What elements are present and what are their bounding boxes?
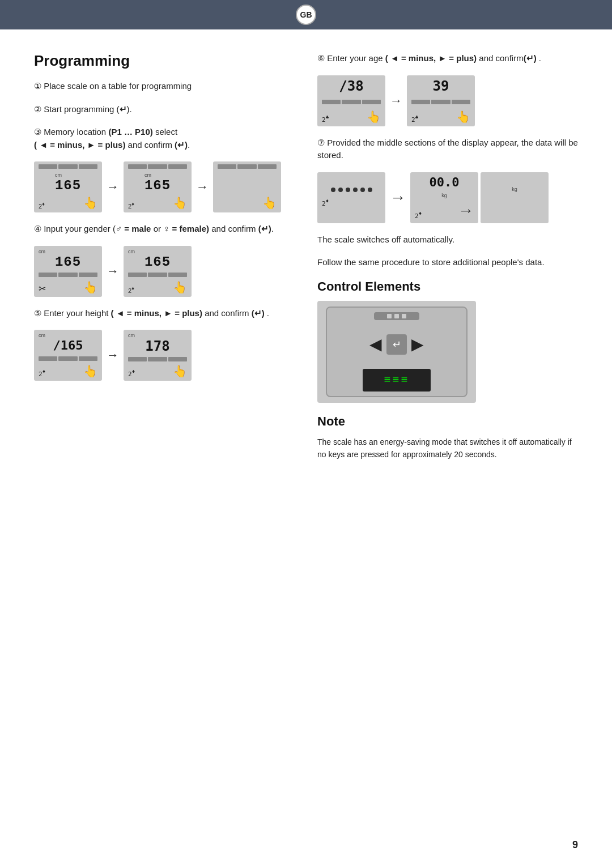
note-section: Note The scale has an energy-saving mode… (317, 414, 578, 461)
step-2-num: ② (34, 104, 41, 114)
gb-badge: GB (296, 5, 316, 25)
note-text: The scale has an energy-saving mode that… (317, 436, 578, 461)
scale-top-bar (374, 312, 419, 320)
step-7-num: ⑦ (317, 138, 325, 147)
step-7-diagrams: 2♦ → 00.0 kg 2♦ → kg (317, 172, 578, 223)
scale-btn-2[interactable] (394, 314, 399, 318)
step-4-diagrams: cm 165 ✂ 👆 → cm 165 (34, 246, 295, 297)
left-arrow-button[interactable]: ◀ (369, 335, 382, 354)
right-arrow-button[interactable]: ▶ (411, 335, 424, 354)
diagram-7b: 00.0 kg 2♦ → (410, 172, 478, 223)
diagram-3a: cm 165 2♦ 👆 (34, 161, 102, 212)
step-3-text: Memory location (P1 … P10) select ( ◄ = … (34, 127, 190, 150)
diagram-5a: cm /165 2♦ 👆 (34, 330, 102, 381)
step-7: ⑦ Provided the middle sections of the di… (317, 137, 578, 162)
main-content: Programming ① Place scale on a table for… (0, 29, 612, 483)
arrow-1: → (104, 161, 121, 212)
diagram-4b: cm 165 2♦ 👆 (124, 246, 192, 297)
step-3-diagrams: cm 165 2♦ 👆 → cm 165 2 (34, 161, 295, 212)
step-3-num: ③ (34, 127, 41, 137)
step-3: ③ Memory location (P1 … P10) select ( ◄ … (34, 126, 295, 151)
header-bar: GB (0, 0, 612, 29)
left-column: Programming ① Place scale on a table for… (34, 52, 295, 461)
step-6-text: Enter your age ( ◄ = minus, ► = plus) an… (327, 53, 541, 63)
scale-btn-1[interactable] (387, 314, 392, 318)
step-1: ① Place scale on a table for programming (34, 80, 295, 93)
diagram-6a: /38 2♣ 👆 (317, 75, 385, 126)
arrow-3: → (104, 246, 121, 297)
step-4: ④ Input your gender (♂ = male or ♀ = fem… (34, 223, 295, 236)
diagram-7a: 2♦ (317, 172, 385, 223)
programming-title: Programming (34, 52, 295, 70)
auto-off-text: The scale switches off automatically. (317, 233, 578, 246)
step-7-text: Provided the middle sections of the disp… (317, 138, 578, 160)
arrow-nav: ◀ ↵ ▶ (369, 334, 424, 355)
step-1-num: ① (34, 81, 41, 91)
step-2: ② Start programming (↵). (34, 103, 295, 116)
arrow-4: → (104, 330, 121, 381)
enter-button[interactable]: ↵ (386, 334, 407, 355)
diagram-3c: 👆 (213, 161, 281, 212)
step-4-text: Input your gender (♂ = male or ♀ = femal… (44, 224, 274, 233)
step-4-num: ④ (34, 224, 41, 233)
scale-btn-3[interactable] (402, 314, 406, 318)
display-reading: ≡≡≡ (384, 373, 409, 386)
arrow-2: → (194, 161, 211, 212)
right-column: ⑥ Enter your age ( ◄ = minus, ► = plus) … (317, 52, 578, 461)
step-6-num: ⑥ (317, 53, 325, 63)
arrow-5: → (388, 75, 405, 126)
arrow-6: → (388, 172, 408, 223)
step-5-text: Enter your height ( ◄ = minus, ► = plus)… (44, 308, 269, 318)
diagram-3b: cm 165 2♦ 👆 (124, 161, 192, 212)
note-title: Note (317, 414, 578, 429)
diagram-7c: kg (481, 172, 549, 223)
step-5-num: ⑤ (34, 308, 41, 318)
page-number: 9 (572, 839, 578, 851)
step-6-diagrams: /38 2♣ 👆 → 39 2♣ (317, 75, 578, 126)
diagram-4a: cm 165 ✂ 👆 (34, 246, 102, 297)
control-diagram: ◀ ↵ ▶ ≡≡≡ (317, 301, 476, 403)
scale-bottom-display: ≡≡≡ (363, 369, 431, 392)
diagram-5b: cm 178 2♦ 👆 (124, 330, 192, 381)
step-5-diagrams: cm /165 2♦ 👆 → cm 178 (34, 330, 295, 381)
diagram-6b: 39 2♣ 👆 (407, 75, 475, 126)
follow-text: Follow the same procedure to store addit… (317, 256, 578, 269)
control-elements-title: Control Elements (317, 279, 578, 294)
scale-body: ◀ ↵ ▶ ≡≡≡ (326, 307, 468, 397)
step-6: ⑥ Enter your age ( ◄ = minus, ► = plus) … (317, 52, 578, 65)
step-5: ⑤ Enter your height ( ◄ = minus, ► = plu… (34, 307, 295, 320)
step-1-text: Place scale on a table for programming (44, 81, 192, 91)
step-2-text: Start programming (↵). (44, 104, 132, 114)
